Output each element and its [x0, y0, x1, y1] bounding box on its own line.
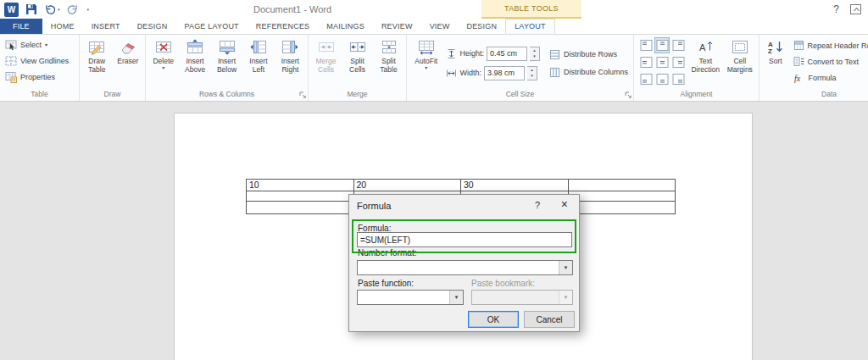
tab-mailings[interactable]: MAILINGS [318, 19, 373, 34]
autofit-button[interactable]: AutoFit ▾ [409, 36, 443, 89]
window-title: Document1 - Word [237, 0, 348, 19]
table-cell[interactable]: 20 [353, 180, 461, 191]
insert-left-button[interactable]: Insert Left [242, 36, 274, 89]
dialog-close-button[interactable]: × [561, 197, 568, 211]
insert-right-icon [281, 39, 298, 55]
redo-icon [67, 4, 79, 15]
save-button[interactable] [25, 3, 37, 15]
row-height-input[interactable]: 0.45 cm [487, 47, 527, 61]
rows-columns-dialog-launcher[interactable] [298, 91, 307, 99]
tab-view[interactable]: VIEW [421, 19, 459, 34]
cancel-button[interactable]: Cancel [524, 311, 575, 328]
svg-text:fx: fx [794, 74, 801, 83]
undo-button[interactable]: ▾ [44, 4, 60, 15]
word-logo-icon[interactable]: W [4, 3, 19, 17]
tab-review[interactable]: REVIEW [373, 19, 421, 34]
align-top-center-button[interactable] [654, 37, 670, 53]
cell-size-dialog-launcher[interactable] [624, 91, 632, 99]
qat-customize-button[interactable]: ▾ [86, 7, 90, 12]
tab-home[interactable]: HOME [42, 19, 83, 34]
align-center-button[interactable] [654, 54, 670, 70]
view-gridlines-button[interactable]: View Gridlines [2, 53, 77, 69]
row-height-stepper[interactable]: ▴▾ [530, 47, 540, 61]
dialog-help-button[interactable]: ? [535, 200, 540, 210]
select-button[interactable]: Select ▾ [2, 36, 77, 53]
formula-input[interactable] [357, 232, 572, 247]
column-width-stepper[interactable]: ▴▾ [527, 66, 537, 80]
distribute-columns-icon [549, 67, 560, 78]
sort-button[interactable]: AZ Sort [761, 36, 790, 89]
delete-button[interactable]: Delete ▾ [147, 36, 179, 89]
ribbon-display-options-button[interactable] [850, 4, 861, 14]
align-bottom-right-button[interactable] [670, 71, 686, 87]
repeat-header-rows-button[interactable]: Repeat Header Rows [790, 37, 868, 53]
row-height-label: Height: [459, 49, 484, 58]
table-cell[interactable] [568, 191, 676, 202]
insert-above-button[interactable]: Insert Above [179, 36, 210, 89]
stepper-up-icon[interactable]: ▴ [530, 47, 539, 54]
tab-design[interactable]: DESIGN [129, 19, 176, 34]
titlebar-right-controls: ? [833, 0, 861, 19]
stepper-down-icon[interactable]: ▾ [530, 53, 539, 60]
stepper-up-icon[interactable]: ▴ [527, 67, 537, 74]
table-cell[interactable]: 10 [247, 180, 354, 191]
eraser-button[interactable]: Eraser [113, 36, 144, 89]
distribute-rows-button[interactable]: Distribute Rows [546, 47, 632, 63]
properties-button[interactable]: Properties [2, 69, 77, 85]
ribbon-group-cell-size: AutoFit ▾ Height: 0.45 cm ▴▾ Width: 3.98… [407, 35, 634, 101]
column-width-input[interactable]: 3.98 cm [484, 66, 525, 80]
dialog-title[interactable]: Formula [357, 201, 391, 211]
sort-icon: AZ [767, 39, 784, 55]
tab-file[interactable]: FILE [0, 19, 42, 34]
table-cell[interactable] [247, 202, 354, 214]
undo-caret-icon: ▾ [58, 7, 60, 12]
table-cell[interactable] [568, 180, 676, 191]
align-center-left-button[interactable] [638, 54, 654, 70]
tab-references[interactable]: REFERENCES [248, 19, 319, 34]
align-center-right-button[interactable] [670, 54, 686, 70]
paste-function-combobox[interactable]: ▼ [357, 290, 464, 305]
group-label-table: Table [0, 89, 79, 101]
properties-icon [5, 71, 17, 83]
split-table-button[interactable]: Split Table [373, 36, 404, 89]
combo-arrow-icon[interactable]: ▼ [559, 261, 572, 274]
align-top-right-button[interactable] [670, 37, 686, 53]
draw-table-button[interactable]: Draw Table [81, 36, 113, 89]
stepper-down-icon[interactable]: ▾ [527, 73, 537, 80]
ok-button[interactable]: OK [468, 311, 519, 328]
help-button[interactable]: ? [833, 3, 839, 15]
distribute-columns-button[interactable]: Distribute Columns [546, 64, 632, 80]
tab-tabletools-design[interactable]: DESIGN [458, 19, 505, 34]
combo-arrow-icon[interactable]: ▼ [449, 291, 463, 304]
align-bottom-center-button[interactable] [654, 71, 670, 87]
split-cells-button[interactable]: Split Cells [342, 36, 373, 89]
cell-margins-button[interactable]: Cell Margins [723, 36, 758, 89]
convert-to-text-button[interactable]: Convert to Text [790, 53, 868, 69]
table-cell[interactable] [568, 202, 676, 214]
group-label-rows-columns: Rows & Columns [146, 89, 308, 101]
convert-to-text-icon [793, 56, 804, 67]
repeat-header-rows-icon [793, 40, 804, 51]
table-row: 10 20 30 [247, 180, 676, 191]
tab-tabletools-layout[interactable]: LAYOUT [505, 19, 555, 34]
group-label-cell-size: Cell Size [407, 89, 633, 101]
text-direction-button[interactable]: A Text Direction [688, 36, 723, 89]
insert-below-button[interactable]: Insert Below [211, 36, 242, 89]
formula-button[interactable]: fx Formula [790, 69, 868, 86]
table-cell[interactable]: 30 [461, 180, 569, 191]
autofit-icon [418, 39, 435, 55]
delete-caret-icon: ▾ [162, 66, 164, 70]
group-label-data: Data [760, 89, 868, 101]
tab-page-layout[interactable]: PAGE LAYOUT [175, 19, 247, 34]
quick-access-toolbar: W ▾ ▾ [4, 2, 89, 17]
align-top-left-button[interactable] [638, 37, 654, 53]
table-cell[interactable] [247, 191, 354, 202]
redo-button[interactable] [67, 4, 79, 15]
insert-right-button[interactable]: Insert Right [275, 36, 306, 89]
number-format-combobox[interactable]: ▼ [357, 260, 573, 275]
cell-margins-icon [732, 39, 748, 55]
tab-insert[interactable]: INSERT [83, 19, 129, 34]
contextual-tab-group-label: TABLE TOOLS [481, 0, 581, 19]
align-bottom-left-button[interactable] [638, 71, 654, 87]
merge-cells-button[interactable]: Merge Cells [310, 36, 342, 89]
